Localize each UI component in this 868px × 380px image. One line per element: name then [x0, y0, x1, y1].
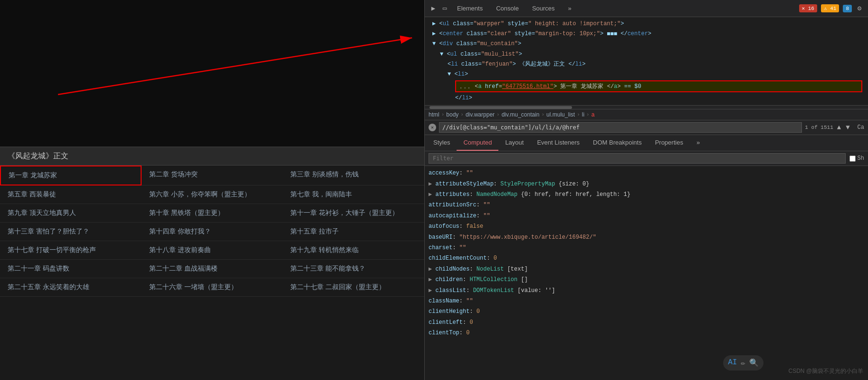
search-prev-button[interactable]: ▲ [836, 124, 842, 131]
tab-event-listeners[interactable]: Event Listeners [530, 135, 586, 151]
prop-attributes[interactable]: ▶ attributes: NamedNodeMap {0: href, hre… [429, 189, 864, 200]
show-all-label[interactable]: Sh [849, 155, 864, 162]
xpath-search-bar: ✕ 1 of 1511 ▲ ▼ Ca [425, 120, 868, 135]
tab-layout[interactable]: Layout [498, 135, 530, 151]
device-icon[interactable]: ▭ [440, 4, 449, 13]
search-count: 1 of 1511 [805, 125, 833, 130]
search-icon: 🔍 [749, 358, 759, 368]
brush-icon: ✏ [741, 358, 745, 368]
chapter-item[interactable]: 第七章 我，闽南陆丰 [283, 185, 424, 204]
left-panel: 《风起龙城》正文 第一章 龙城苏家 第二章 货场冲突 第三章 别谈感情，伤钱 第… [0, 0, 424, 380]
filter-input[interactable] [429, 153, 846, 164]
tree-line: <li class="fenjuan"> 《风起龙城》正文 </li> [429, 59, 864, 69]
chapter-item[interactable]: 第二十五章 永远笑着的大雄 [0, 278, 142, 297]
panel-tabs-row: Styles Computed Layout Event Listeners D… [425, 135, 868, 151]
chapter-item[interactable]: 第二十三章 能不能拿钱？ [283, 260, 424, 278]
chapter-item[interactable]: 第一章 龙城苏家 [0, 166, 142, 185]
prop-classList[interactable]: ▶ classList: DOMTokenList [value: ''] [429, 285, 864, 296]
prop-baseURI: baseURI: "https://www.xbiquge.to/article… [429, 232, 864, 243]
webpage-preview-top [0, 0, 424, 147]
warning-badge[interactable]: ⚠ 41 [821, 4, 839, 12]
html-scrollbar[interactable] [425, 105, 868, 109]
chapter-item[interactable]: 第九章 顶天立地真男人 [0, 204, 142, 223]
chapter-list-section: 《风起龙城》正文 第一章 龙城苏家 第二章 货场冲突 第三章 别谈感情，伤钱 第… [0, 147, 424, 380]
ai-overlay: AI ✏ 🔍 [723, 355, 763, 370]
tab-dom-breakpoints[interactable]: DOM Breakpoints [586, 135, 649, 151]
element-code: <a href="64775516.html"> 第一章 龙城苏家 </a> =… [475, 82, 641, 90]
show-all-checkbox[interactable] [849, 156, 856, 162]
tab-properties[interactable]: Properties [649, 135, 690, 151]
chapter-item[interactable]: 第二十一章 码盘讲数 [0, 260, 142, 278]
tab-elements[interactable]: Elements [451, 3, 488, 14]
properties-list: accessKey: "" ▶ attributeStyleMap: Style… [425, 166, 868, 380]
chapter-item[interactable]: 第十八章 进攻前奏曲 [142, 241, 283, 260]
devtools-topbar: ▶ ▭ Elements Console Sources » ✕ 16 ⚠ 41… [425, 0, 868, 17]
prop-autofocus: autofocus: false [429, 221, 864, 232]
breadcrumb-bar: html › body › div.warpper › div.mu_conta… [425, 109, 868, 120]
prop-childElementCount: childElementCount: 0 [429, 253, 864, 263]
prop-clientHeight: clientHeight: 0 [429, 306, 864, 317]
chapter-item[interactable]: 第五章 西装暴徒 [0, 185, 142, 204]
chapter-item[interactable]: 第二十二章 血战福满楼 [142, 260, 283, 278]
info-badge[interactable]: 8 [843, 5, 852, 12]
tab-more-panels[interactable]: » [690, 135, 706, 151]
chapter-item[interactable]: 第十章 黑铁塔（盟主更） [142, 204, 283, 223]
clear-search-button[interactable]: ✕ [429, 124, 436, 131]
tab-styles[interactable]: Styles [427, 135, 457, 151]
breadcrumb-li[interactable]: li [582, 111, 584, 118]
error-badge[interactable]: ✕ 16 [799, 4, 817, 12]
prop-charset: charset: "" [429, 243, 864, 253]
tree-line: ▶ <ul class="warpper" style=" height: au… [429, 19, 864, 29]
ai-icon: AI [728, 358, 737, 368]
prop-children[interactable]: ▶ children: HTMLCollection [] [429, 274, 864, 285]
tree-line: </li> [429, 93, 864, 103]
chapter-item[interactable]: 第二十七章 二叔回家（盟主更） [283, 278, 424, 297]
search-next-button[interactable]: ▼ [845, 124, 850, 131]
breadcrumb-div-warpper[interactable]: div.warpper [466, 111, 495, 118]
chapter-item[interactable]: 第十一章 花衬衫，大锤子（盟主更） [283, 204, 424, 223]
chapter-item[interactable]: 第十三章 害怕了？胆怯了？ [0, 223, 142, 241]
chapter-item[interactable]: 第十四章 你敢打我？ [142, 223, 283, 241]
chapter-item[interactable]: 第十七章 打破一切平衡的枪声 [0, 241, 142, 260]
devtools-panel: ▶ ▭ Elements Console Sources » ✕ 16 ⚠ 41… [424, 0, 868, 380]
prop-attributeStyleMap[interactable]: ▶ attributeStyleMap: StylePropertyMap {s… [429, 179, 864, 189]
breadcrumb-a[interactable]: a [591, 111, 595, 118]
chapter-grid: 第一章 龙城苏家 第二章 货场冲突 第三章 别谈感情，伤钱 第五章 西装暴徒 第… [0, 166, 424, 297]
tree-line: ▼ <div class="mu_contain"> [429, 39, 864, 49]
prop-autocapitalize: autocapitalize: "" [429, 211, 864, 221]
tree-line: ▶ <center class="clear" style="margin-to… [429, 29, 864, 39]
selected-element-line[interactable]: ... <a href="64775516.html"> 第一章 龙城苏家 </… [455, 80, 862, 92]
scrollbar-thumb [429, 106, 572, 109]
tab-console[interactable]: Console [490, 3, 525, 14]
xpath-input[interactable] [439, 122, 802, 133]
filter-row: Sh [425, 151, 868, 166]
prop-childNodes[interactable]: ▶ childNodes: NodeList [text] [429, 264, 864, 274]
tree-line: ▼ <li> [429, 69, 864, 79]
section-title: 《风起龙城》正文 [0, 147, 424, 166]
html-tree: ▶ <ul class="warpper" style=" height: au… [425, 17, 868, 105]
prop-clientTop: clientTop: 0 [429, 328, 864, 338]
breadcrumb-html[interactable]: html [429, 111, 439, 118]
breadcrumb-div-mu-contain[interactable]: div.mu_contain [502, 111, 540, 118]
chapter-item[interactable]: 第二十六章 一堵墙（盟主更） [142, 278, 283, 297]
chapter-item[interactable]: 第六章 小苏，你夺笨啊（盟主更） [142, 185, 283, 204]
prop-className: className: "" [429, 296, 864, 306]
breadcrumb-body[interactable]: body [446, 111, 458, 118]
svg-line-1 [58, 38, 412, 94]
watermark: CSDN @脑袋不灵光的小白羊 [788, 367, 863, 375]
tab-sources[interactable]: Sources [526, 3, 561, 14]
chapter-item[interactable]: 第十九章 转机悄然来临 [283, 241, 424, 260]
settings-icon[interactable]: ⚙ [855, 4, 864, 13]
prop-clientLeft: clientLeft: 0 [429, 317, 864, 328]
chapter-item[interactable]: 第十五章 拉市子 [283, 223, 424, 241]
ellipsis: ... [459, 83, 471, 90]
tree-line: ▼ <ul class="mulu_list"> [429, 49, 864, 59]
search-label-ca: Ca [858, 124, 864, 131]
chapter-item[interactable]: 第二章 货场冲突 [142, 166, 283, 185]
tab-computed[interactable]: Computed [457, 135, 498, 151]
chapter-item[interactable]: 第三章 别谈感情，伤钱 [283, 166, 424, 185]
prop-accessKey: accessKey: "" [429, 168, 864, 178]
breadcrumb-ul-mulu-list[interactable]: ul.mulu_list [546, 111, 575, 118]
tab-more[interactable]: » [563, 3, 577, 14]
inspect-icon[interactable]: ▶ [429, 4, 438, 13]
